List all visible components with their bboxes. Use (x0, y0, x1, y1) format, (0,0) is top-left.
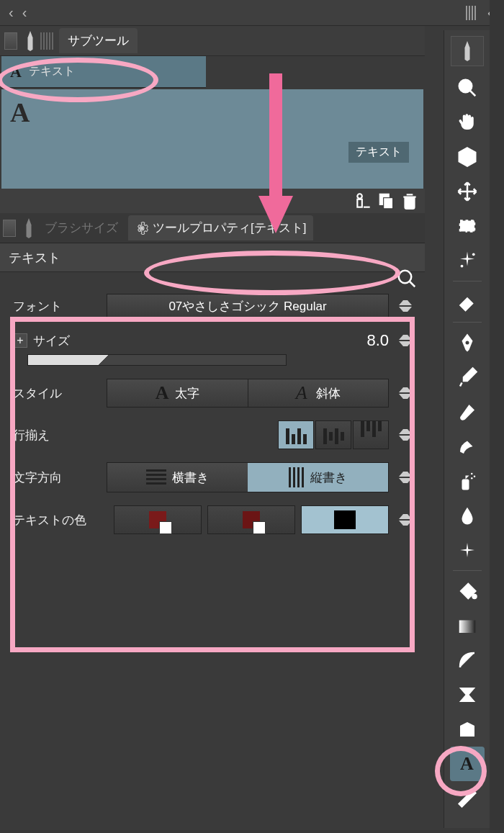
color-sub-button[interactable] (207, 505, 295, 534)
gear-icon (135, 222, 148, 235)
svg-point-11 (471, 473, 473, 475)
style-stepper[interactable] (399, 387, 412, 399)
bold-a-icon: A (156, 382, 169, 404)
lasso-tool-icon[interactable] (450, 209, 485, 243)
separator (453, 570, 482, 571)
font-select[interactable]: 07やさしさゴシック Regular (107, 294, 389, 318)
move-tool-icon[interactable] (450, 174, 485, 209)
chevron-left-icon-2[interactable]: ‹ (18, 1, 32, 24)
curve-tool-icon[interactable] (450, 643, 485, 677)
align-center-button[interactable] (315, 420, 351, 449)
svg-point-13 (471, 477, 473, 479)
font-value: 07やさしさゴシック Regular (168, 298, 326, 315)
direction-stepper[interactable] (399, 472, 412, 483)
bold-label: 太字 (175, 385, 199, 402)
vertical-lines-icon (289, 467, 305, 487)
text-a-large-icon: A (10, 96, 30, 128)
toolbar-drag-handle[interactable] (451, 36, 484, 66)
italic-a-icon: A (296, 382, 307, 404)
size-label: サイズ (33, 333, 70, 349)
far-right-edge (490, 0, 504, 833)
svg-point-4 (140, 226, 144, 230)
bucket-tool-icon[interactable] (450, 574, 485, 608)
duplicate-icon[interactable] (377, 192, 396, 210)
svg-point-14 (472, 595, 476, 598)
subtool-actions (0, 189, 425, 213)
sparkle-tool-icon[interactable] (450, 533, 485, 567)
brush-size-tab[interactable]: ブラシサイズ (37, 215, 125, 240)
size-slider[interactable] (27, 354, 287, 366)
wand-tool-icon[interactable] (450, 243, 485, 278)
font-label: フォント (13, 298, 99, 315)
horizontal-lines-icon (146, 469, 166, 485)
grip-icon (40, 32, 53, 50)
direction-label: 文字方向 (13, 469, 99, 486)
text-color-row: テキストの色 (13, 505, 412, 534)
text-tool-preview[interactable]: A テキスト (1, 89, 423, 189)
brush-tool-icon[interactable] (450, 395, 485, 429)
align-top-button[interactable] (278, 420, 314, 449)
grip-lines-icon (466, 6, 476, 20)
svg-rect-15 (459, 621, 475, 634)
color-stepper[interactable] (399, 514, 412, 526)
italic-button[interactable]: A 斜体 (248, 379, 389, 407)
svg-rect-3 (384, 198, 393, 209)
subtool-text-label: テキスト (29, 64, 75, 79)
hand-tool-icon[interactable] (450, 105, 485, 140)
subtool-tab[interactable]: サブツール (59, 28, 138, 53)
subtool-panel-header: サブツール (0, 26, 425, 56)
smudge-tool-icon[interactable] (450, 429, 485, 464)
font-row: フォント 07やさしさゴシック Regular (13, 294, 412, 318)
text-color-label: テキストの色 (13, 512, 107, 528)
property-tab-row: ブラシサイズ ツールプロパティ[テキスト] (0, 213, 425, 243)
text-a-icon: A (10, 63, 22, 81)
vertical-text-button[interactable]: 縦書き (248, 463, 388, 492)
magnify-icon[interactable] (396, 268, 418, 289)
color-main-button[interactable] (114, 505, 202, 534)
style-label: スタイル (13, 385, 99, 402)
horizontal-label: 横書き (172, 469, 209, 486)
align-stepper[interactable] (399, 429, 412, 441)
panel-drag-handle-icon[interactable] (3, 220, 16, 237)
spray-tool-icon[interactable] (450, 464, 485, 498)
svg-point-6 (459, 80, 472, 93)
drop-tool-icon[interactable] (450, 498, 485, 533)
svg-point-9 (465, 341, 469, 345)
svg-point-12 (473, 476, 475, 478)
bold-button[interactable]: A 太字 (107, 379, 248, 407)
tool-property-title: テキスト (0, 243, 425, 272)
horizontal-text-button[interactable]: 横書き (107, 463, 248, 492)
svg-point-7 (472, 253, 474, 256)
trash-icon[interactable] (400, 192, 419, 210)
font-stepper[interactable] (399, 300, 412, 312)
panel-drag-handle-icon[interactable] (4, 32, 17, 50)
tool-property-tab[interactable]: ツールプロパティ[テキスト] (128, 215, 313, 240)
gradient-tool-icon[interactable] (450, 608, 485, 643)
subtool-text-tab[interactable]: A テキスト (1, 56, 206, 88)
tool-property-panel: フォント 07やさしさゴシック Regular + サイズ 8.0 スタイル A… (0, 272, 425, 556)
align-label: 行揃え (13, 427, 99, 443)
top-chevron-bar: ‹ ‹ « (0, 0, 504, 26)
frame-tool-icon[interactable] (450, 712, 485, 747)
separator (453, 281, 482, 282)
separator (453, 322, 482, 323)
vertical-label: 縦書き (310, 469, 347, 486)
style-row: スタイル A 太字 A 斜体 (13, 379, 412, 408)
align-bottom-button[interactable] (353, 420, 389, 449)
plus-expand-icon[interactable]: + (13, 333, 27, 348)
color-active-button[interactable] (301, 505, 389, 534)
tool-property-tab-label: ツールプロパティ[テキスト] (153, 220, 306, 236)
text-tool-icon[interactable]: A (450, 747, 485, 781)
svg-point-0 (357, 194, 362, 199)
ruler-tool-icon[interactable] (450, 781, 485, 816)
size-stepper[interactable] (399, 335, 412, 346)
size-value: 8.0 (366, 331, 389, 350)
shape-tool-icon[interactable] (450, 677, 485, 712)
cube-tool-icon[interactable] (450, 140, 485, 174)
property-icon[interactable] (354, 192, 373, 210)
chevron-left-icon[interactable]: ‹ (4, 1, 18, 24)
eraser-tool-icon[interactable] (450, 284, 485, 319)
magnify-tool-icon[interactable] (450, 71, 485, 105)
eyedropper-tool-icon[interactable] (450, 360, 485, 395)
nib-pen-tool-icon[interactable] (450, 325, 485, 360)
